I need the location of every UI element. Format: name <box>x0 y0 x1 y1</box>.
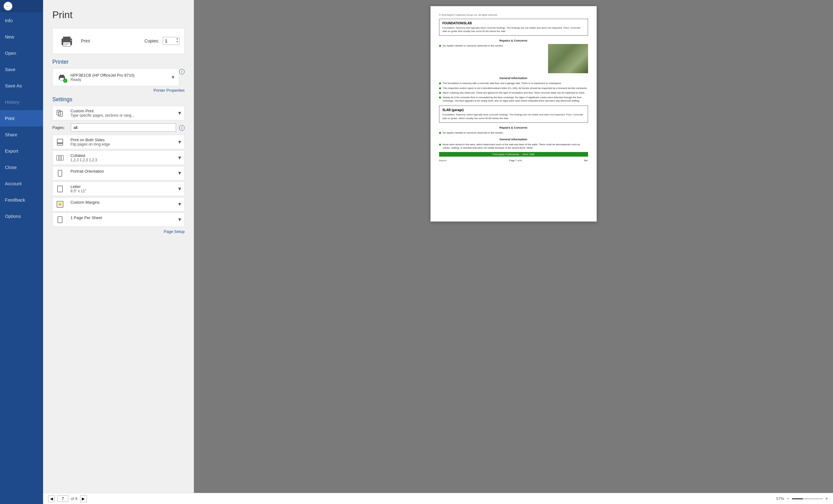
copyright-line: © 2018 Buyers' Inspection Group, Inc. Al… <box>439 14 588 16</box>
printer-selector[interactable]: ✓ HPF3B1CB (HP OfficeJet Pro 8710) Ready… <box>52 68 179 86</box>
back-icon[interactable]: ← <box>4 2 12 10</box>
green-banner: Thoroughly Professional.... Since 1980 <box>439 152 588 157</box>
sidebar-item-account[interactable]: Account <box>0 175 43 192</box>
both-sides-content[interactable]: Print on Both Sides Flip pages on long e… <box>67 135 175 149</box>
sidebar-item-print[interactable]: Print <box>0 110 43 126</box>
copies-up[interactable]: ▲ <box>175 37 179 40</box>
letter-icon <box>53 182 67 196</box>
portrait-dropdown[interactable]: Portrait Orientation ▼ <box>52 166 185 180</box>
print-button-area: Print Copies: ▲ ▼ <box>52 28 185 54</box>
printer-info-icon[interactable]: i <box>179 69 185 74</box>
letter-content[interactable]: Letter 8.5" x 11" <box>67 182 175 196</box>
gen-info-4: Nearly all of the concrete floor is conc… <box>439 96 588 102</box>
per-sheet-label: 1 Page Per Sheet <box>70 215 172 220</box>
bullet-dot-5 <box>439 97 441 98</box>
letter-svg <box>56 185 64 193</box>
letter-arrow[interactable]: ▼ <box>175 182 184 196</box>
both-sides-dropdown[interactable]: Print on Both Sides Flip pages on long e… <box>52 135 185 149</box>
both-sides-label: Print on Both Sides <box>70 138 172 142</box>
both-sides-icon <box>53 135 67 149</box>
margins-svg: ★ <box>56 200 64 209</box>
per-sheet-content[interactable]: 1 Page Per Sheet <box>67 213 175 226</box>
slab-box: SLAB (garage) Foundation: Masonry, which… <box>439 105 588 122</box>
printer-section-title: Printer <box>52 59 185 65</box>
repairs-with-image: No repairs needed or concerns observed i… <box>439 44 588 73</box>
bullet-dot-4 <box>439 92 441 94</box>
prev-page-button[interactable]: ◀ <box>48 496 55 502</box>
printer-dropdown-arrow[interactable]: ▼ <box>171 75 175 80</box>
zoom-out-button[interactable]: − <box>787 496 789 502</box>
custom-print-sub: Type specific pages, sections or rang... <box>70 113 172 118</box>
svg-rect-19 <box>58 170 62 176</box>
sidebar-item-info[interactable]: Info <box>0 12 43 29</box>
print-container: Print Print Copies: <box>43 0 833 493</box>
sidebar-item-save[interactable]: Save <box>0 61 43 77</box>
collated-dropdown[interactable]: Collated 1,2,3 1,2,3 1,2,3 ▼ <box>52 150 185 165</box>
copies-row: Copies: ▲ ▼ <box>145 37 180 45</box>
margins-content[interactable]: Custom Margins <box>67 197 175 211</box>
custom-print-dropdown[interactable]: Custom Print Type specific pages, sectio… <box>52 106 185 120</box>
foundation-box: FOUNDATION/SLAB Foundation: Masonry that… <box>439 19 588 36</box>
zoom-slider[interactable] <box>792 498 823 499</box>
bottom-bar: ◀ of 8 ▶ 57% − + <box>43 493 833 504</box>
sidebar-item-close[interactable]: Close <box>0 159 43 175</box>
gen-info-3: Minor cracking was observed. These are t… <box>439 91 588 94</box>
sidebar-item-feedback[interactable]: Feedback <box>0 192 43 208</box>
printer-info: HPF3B1CB (HP OfficeJet Pro 8710) Ready <box>70 73 168 82</box>
printer-properties-link[interactable]: Printer Properties <box>52 88 185 93</box>
copies-input[interactable] <box>163 37 175 45</box>
collated-arrow[interactable]: ▼ <box>175 151 184 165</box>
sidebar-top: ← <box>0 0 43 12</box>
portrait-content[interactable]: Portrait Orientation <box>67 166 175 180</box>
gen-info-2: This inspection and/or report is not a t… <box>439 87 588 90</box>
pages-info-icon[interactable]: i <box>179 125 185 131</box>
bullet-dot-7 <box>439 144 441 146</box>
gen-info-5: Items were stored in this area, which ob… <box>439 143 588 149</box>
left-panel: Print Print Copies: <box>43 0 194 493</box>
current-page-input[interactable] <box>57 496 68 502</box>
both-sides-arrow[interactable]: ▼ <box>175 135 184 149</box>
footer-logo: Buyers' <box>439 159 447 162</box>
bullet-dot-6 <box>439 132 441 134</box>
page-footer: Page 7 of 8 <box>509 159 522 162</box>
sidebar-item-save-as[interactable]: Save As <box>0 77 43 94</box>
page-nav: ◀ of 8 ▶ <box>48 496 87 502</box>
custom-print-arrow[interactable]: ▼ <box>175 106 184 120</box>
pages-input[interactable] <box>71 123 176 132</box>
custom-print-content[interactable]: Custom Print Type specific pages, sectio… <box>67 106 175 120</box>
portrait-arrow[interactable]: ▼ <box>175 166 184 180</box>
repairs-title: Repairs & Concerns <box>439 39 588 42</box>
print-icon-box <box>57 33 76 49</box>
sidebar-item-share[interactable]: Share <box>0 126 43 143</box>
main-content: Print Print Copies: <box>43 0 833 504</box>
page-setup-link[interactable]: Page Setup <box>52 229 185 234</box>
copies-control[interactable]: ▲ ▼ <box>163 37 180 45</box>
slab-text: Foundation: Masonry, which typically hav… <box>443 113 585 120</box>
margins-dropdown[interactable]: ★ Custom Margins ▼ <box>52 197 185 211</box>
svg-point-5 <box>70 40 72 41</box>
foundation-image <box>548 44 588 73</box>
sidebar-item-export[interactable]: Export <box>0 143 43 159</box>
print-button-label[interactable]: Print <box>81 39 90 43</box>
sidebar-item-open[interactable]: Open <box>0 45 43 61</box>
next-page-button[interactable]: ▶ <box>80 496 87 502</box>
margins-arrow[interactable]: ▼ <box>175 197 184 211</box>
zoom-in-button[interactable]: + <box>825 496 828 502</box>
letter-dropdown[interactable]: Letter 8.5" x 11" ▼ <box>52 182 185 196</box>
svg-rect-1 <box>63 37 70 39</box>
bullet-dot-2 <box>439 82 441 84</box>
gen-info-1: The foundation is masonry with a concret… <box>439 81 588 85</box>
svg-rect-24 <box>58 217 62 223</box>
gen-info-title-2: General Information <box>439 138 588 141</box>
collated-content[interactable]: Collated 1,2,3 1,2,3 1,2,3 <box>67 151 175 165</box>
letter-label: Letter <box>70 184 172 189</box>
portrait-icon <box>53 166 67 180</box>
per-sheet-dropdown[interactable]: 1 Page Per Sheet ▼ <box>52 213 185 227</box>
gen-info-title: General Information <box>439 76 588 80</box>
page-footer-row: Buyers' Page 7 of 8 Tarr <box>439 159 588 162</box>
collated-sub: 1,2,3 1,2,3 1,2,3 <box>70 158 172 162</box>
sidebar-item-options[interactable]: Options <box>0 208 43 224</box>
sidebar-item-new[interactable]: New <box>0 29 43 45</box>
copies-down[interactable]: ▼ <box>175 40 179 43</box>
per-sheet-arrow[interactable]: ▼ <box>175 213 184 226</box>
